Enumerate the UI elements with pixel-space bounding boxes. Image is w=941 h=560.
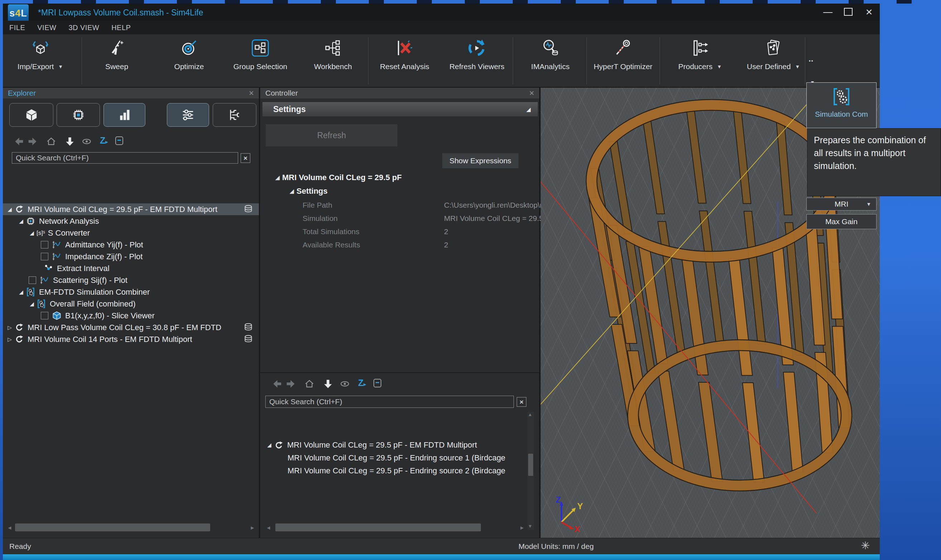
chevron-down-icon[interactable]: ▼ xyxy=(795,64,800,69)
controller-search-clear-icon[interactable]: × xyxy=(517,397,526,407)
forward-arrow-icon[interactable] xyxy=(285,378,296,389)
settings-section-bar[interactable]: Settings ◢ xyxy=(263,102,538,116)
property-row[interactable]: File Path C:\Users\yongli.ren\Desktop\ry… xyxy=(303,201,532,209)
explorer-search-clear-icon[interactable]: × xyxy=(241,153,250,163)
tree-row[interactable]: B1(x,y,z,f0) - Slice Viewer xyxy=(3,310,259,322)
tree-row[interactable]: ◢ [s]ˢ S Converter xyxy=(3,227,259,239)
z-sort-icon[interactable]: Z▸ xyxy=(358,378,366,388)
menu-help[interactable]: HELP xyxy=(111,24,131,32)
tree-row[interactable]: ◢ MRI Volume Coil CLeg = 29.5 pF - EM FD… xyxy=(3,203,259,215)
tree-row[interactable]: Scattering Sij(f) - Plot xyxy=(3,274,259,286)
maximize-button[interactable] xyxy=(842,6,854,17)
scroll-up-icon[interactable]: ▲ xyxy=(528,412,532,417)
explorer-search-input[interactable]: Quick Search (Ctrl+F) xyxy=(12,152,238,164)
tree-row[interactable]: Impedance Zij(f) - Plot xyxy=(3,251,259,263)
scroll-left-icon[interactable]: ◄ xyxy=(6,525,14,531)
expander-icon[interactable]: ◢ xyxy=(264,442,274,448)
property-row[interactable]: Total Simulations 2 xyxy=(303,228,532,236)
tab-schematic[interactable] xyxy=(213,103,256,127)
checkbox[interactable] xyxy=(29,277,36,284)
checkbox[interactable] xyxy=(41,312,48,319)
toolbar-button-reset-analysis[interactable]: Reset Analysis xyxy=(371,34,439,86)
tree-row[interactable]: ◢ MRI Volume Coil CLeg = 29.5 pF - EM FD… xyxy=(260,438,527,451)
property-row[interactable]: Simulation MRI Volume Coil CLeg = 29.5 p… xyxy=(303,214,532,223)
tab-analysis[interactable] xyxy=(103,103,145,127)
expander-icon[interactable]: ◢ xyxy=(17,289,26,295)
simulation-combiner-button[interactable]: Simulation Com xyxy=(806,82,876,128)
checkbox[interactable] xyxy=(41,241,48,249)
property-row[interactable]: Available Results 2 xyxy=(303,241,532,249)
chevron-down-icon[interactable]: ▼ xyxy=(717,64,722,69)
expander-icon[interactable]: ◢ xyxy=(273,174,282,181)
tree-row[interactable]: MRI Volume Coil CLeg = 29.5 pF - Endring… xyxy=(260,451,527,465)
tree-row[interactable]: ◢ EM-FDTD Simulation Combiner xyxy=(3,286,259,298)
expander-icon[interactable]: ▷ xyxy=(5,325,14,331)
tree-row[interactable]: MRI Volume Coil CLeg = 29.5 pF - Endring… xyxy=(260,465,527,477)
refresh-button[interactable]: Refresh xyxy=(266,124,397,146)
tree-row[interactable]: Admittance Yij(f) - Plot xyxy=(3,239,259,251)
controller-search-input[interactable]: Quick Search (Ctrl+F) xyxy=(265,395,514,408)
expander-icon[interactable]: ◢ xyxy=(27,230,37,236)
controller-h-scrollbar[interactable]: ◄ ► xyxy=(264,522,526,533)
controller-tree-settings[interactable]: ◢ Settings xyxy=(287,186,328,196)
scrollbar-thumb[interactable] xyxy=(15,523,210,531)
expander-icon[interactable]: ▷ xyxy=(5,336,14,343)
tab-model[interactable] xyxy=(9,103,53,127)
menu-view[interactable]: VIEW xyxy=(37,24,56,32)
explorer-h-scrollbar[interactable]: ◄ ► xyxy=(6,522,256,533)
expander-icon[interactable]: ◢ xyxy=(17,218,26,225)
scroll-right-icon[interactable]: ► xyxy=(249,525,256,531)
tree-row[interactable]: ▷ MRI Low Pass Volume Coil CLeg = 30.8 p… xyxy=(3,322,259,333)
scroll-right-icon[interactable]: ► xyxy=(518,525,526,531)
explorer-close-icon[interactable]: × xyxy=(249,89,254,97)
down-arrow-icon[interactable] xyxy=(65,136,75,147)
scroll-left-icon[interactable]: ◄ xyxy=(264,525,272,531)
show-expressions-button[interactable]: Show Expressions xyxy=(442,153,518,168)
toolbar-button-group-selection[interactable]: Group Selection xyxy=(223,34,298,86)
chevron-down-icon[interactable]: ▼ xyxy=(58,64,63,69)
home-icon[interactable] xyxy=(304,378,315,389)
back-arrow-icon[interactable] xyxy=(14,136,25,147)
tree-row[interactable]: Extract Interval xyxy=(3,263,259,274)
toolbar-button-producers[interactable]: Producers▼ xyxy=(663,34,738,86)
eye-visibility-icon[interactable] xyxy=(340,378,350,389)
max-gain-button[interactable]: Max Gain xyxy=(806,214,876,229)
toolbar-button-hypert-optimizer[interactable]: HyperT Optimizer xyxy=(587,34,659,86)
home-icon[interactable] xyxy=(46,136,57,147)
menu-3d-view[interactable]: 3D VIEW xyxy=(68,24,99,32)
close-button[interactable]: × xyxy=(863,6,875,17)
toolbar-button-sweep[interactable]: Sweep xyxy=(92,34,142,86)
z-sort-icon[interactable]: Z▸ xyxy=(100,135,108,146)
tree-row[interactable]: ◢ Network Analysis xyxy=(3,215,259,227)
expander-icon[interactable]: ◢ xyxy=(5,206,14,213)
eye-visibility-icon[interactable] xyxy=(81,136,92,147)
down-arrow-icon[interactable] xyxy=(323,378,334,389)
forward-arrow-icon[interactable] xyxy=(27,136,38,147)
toolbar-button-workbench[interactable]: Workbench xyxy=(303,34,363,86)
toolbar-button-imanalytics[interactable]: IMAnalytics xyxy=(518,34,583,86)
chevron-down-icon[interactable]: ▼ xyxy=(866,201,871,207)
tree-row[interactable]: ▷ MRI Volume Coil 14 Ports - EM FDTD Mul… xyxy=(3,333,259,345)
collapse-all-icon[interactable] xyxy=(374,379,381,388)
toolbar-button-user-defined[interactable]: User Defined▼ xyxy=(738,34,809,86)
scrollbar-thumb[interactable] xyxy=(528,454,533,476)
toolbar-button-optimize[interactable]: Optimize xyxy=(162,34,216,86)
controller-v-scrollbar[interactable]: ▲ ▼ xyxy=(527,412,534,530)
expander-icon[interactable]: ◢ xyxy=(287,188,297,194)
mri-dropdown[interactable]: MRI ▼ xyxy=(806,198,876,211)
checkbox[interactable] xyxy=(41,253,48,260)
collapse-all-icon[interactable] xyxy=(115,137,123,145)
controller-tree-root[interactable]: ◢ MRI Volume Coil CLeg = 29.5 pF xyxy=(273,173,402,182)
toolbar-overflow-dots[interactable]: .. xyxy=(809,54,813,64)
tab-simulation[interactable] xyxy=(57,103,100,127)
toolbar-button-imp-export[interactable]: Imp/Export▼ xyxy=(5,34,75,86)
controller-close-icon[interactable]: × xyxy=(529,89,534,97)
toolbar-button-refresh-viewers[interactable]: Refresh Viewers xyxy=(441,34,513,86)
back-arrow-icon[interactable] xyxy=(272,378,283,389)
tab-controller-view[interactable] xyxy=(167,103,209,127)
collapse-triangle-icon[interactable]: ◢ xyxy=(526,106,530,113)
expander-icon[interactable]: ◢ xyxy=(27,301,37,307)
scroll-down-icon[interactable]: ▼ xyxy=(528,523,532,529)
minimize-button[interactable]: — xyxy=(822,6,834,17)
menu-file[interactable]: FILE xyxy=(9,24,25,32)
